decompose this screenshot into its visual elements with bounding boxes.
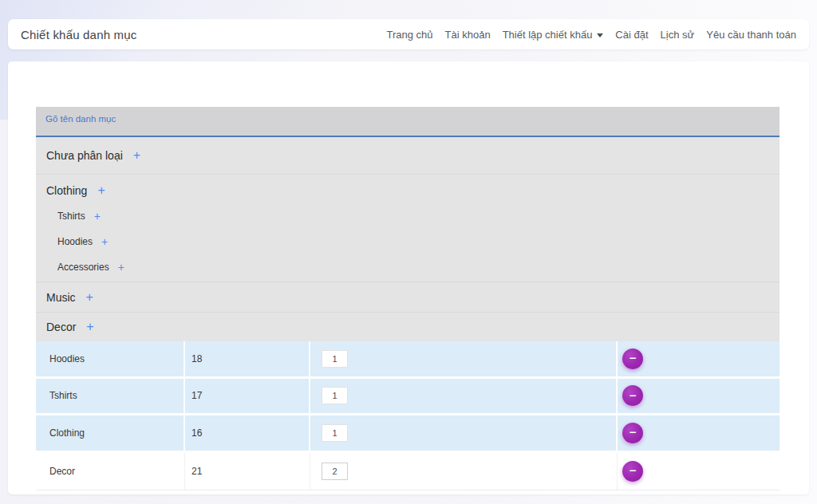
nav-item-account[interactable]: Tài khoản (445, 29, 491, 41)
row-category-id: 16 (191, 427, 202, 439)
discount-table: Hoodies 18 − Tshirts 17 − Clothing 16 − (36, 341, 780, 490)
category-row-accessories: Accessories + (36, 254, 780, 280)
category-label: Music (46, 291, 76, 304)
topbar: Chiết khấu danh mục Trang chủ Tài khoản … (8, 19, 809, 49)
discount-value-input[interactable] (322, 424, 348, 442)
discount-value-input[interactable] (322, 350, 348, 368)
category-group-clothing: Clothing + Tshirts + Hoodies + Accessori… (36, 175, 780, 282)
category-row-music: Music + (36, 282, 780, 313)
page-title: Chiết khấu danh mục (21, 28, 137, 41)
discount-value-input[interactable] (322, 387, 348, 404)
content-panel: Chưa phân loại + Clothing + Tshirts + Ho… (8, 61, 809, 494)
page-background: Chiết khấu danh mục Trang chủ Tài khoản … (0, 0, 817, 504)
category-row-hoodies: Hoodies + (36, 229, 780, 254)
row-category-id: 18 (191, 353, 202, 364)
remove-discount-button[interactable]: − (622, 461, 643, 482)
nav-item-settings[interactable]: Cài đặt (615, 29, 648, 41)
subcategory-label: Accessories (57, 262, 109, 273)
add-category-discount-button[interactable]: + (116, 260, 126, 274)
table-row: Decor 21 − (36, 453, 780, 490)
nav-item-history[interactable]: Lịch sử (661, 29, 695, 41)
add-category-discount-button[interactable]: + (132, 148, 142, 163)
table-row: Hoodies 18 − (36, 341, 780, 379)
nav-item-payment-request[interactable]: Yêu cầu thanh toán (706, 29, 796, 41)
add-category-discount-button[interactable]: + (85, 319, 95, 335)
add-category-discount-button[interactable]: + (100, 234, 109, 249)
category-label: Decor (46, 321, 76, 333)
category-label: Chưa phân loại (46, 149, 123, 162)
row-category-name: Decor (49, 466, 75, 477)
nav-item-discount-setup[interactable]: Thiết lập chiết khấu (503, 29, 604, 41)
row-category-name: Hoodies (49, 353, 85, 364)
add-category-discount-button[interactable]: + (93, 209, 102, 223)
main-nav: Trang chủ Tài khoản Thiết lập chiết khấu… (386, 29, 796, 41)
add-category-discount-button[interactable]: + (96, 183, 106, 199)
row-category-id: 21 (191, 466, 202, 477)
category-label: Clothing (46, 184, 87, 197)
category-row-uncategorized: Chưa phân loại + (36, 137, 780, 175)
row-category-name: Tshirts (49, 390, 77, 401)
minus-icon: − (629, 353, 637, 363)
category-tree: Chưa phân loại + Clothing + Tshirts + Ho… (36, 137, 780, 341)
remove-discount-button[interactable]: − (622, 423, 643, 443)
subcategory-label: Tshirts (57, 211, 85, 222)
table-row: Tshirts 17 − (36, 379, 780, 416)
category-search-input[interactable] (36, 107, 780, 137)
minus-icon: − (629, 466, 637, 475)
category-row-tshirts: Tshirts + (36, 203, 780, 229)
remove-discount-button[interactable]: − (622, 348, 643, 369)
category-row-decor: Decor + (36, 313, 780, 341)
table-row: Clothing 16 − (36, 415, 780, 453)
minus-icon: − (629, 427, 637, 437)
remove-discount-button[interactable]: − (622, 385, 643, 406)
category-row-clothing: Clothing + (36, 178, 780, 203)
discount-value-input[interactable] (322, 463, 348, 480)
add-category-discount-button[interactable]: + (85, 289, 95, 305)
row-category-name: Clothing (49, 427, 85, 439)
subcategory-label: Hoodies (57, 236, 93, 247)
nav-item-home[interactable]: Trang chủ (386, 29, 432, 41)
minus-icon: − (629, 391, 637, 400)
row-category-id: 17 (191, 390, 202, 401)
chevron-down-icon (597, 33, 603, 37)
